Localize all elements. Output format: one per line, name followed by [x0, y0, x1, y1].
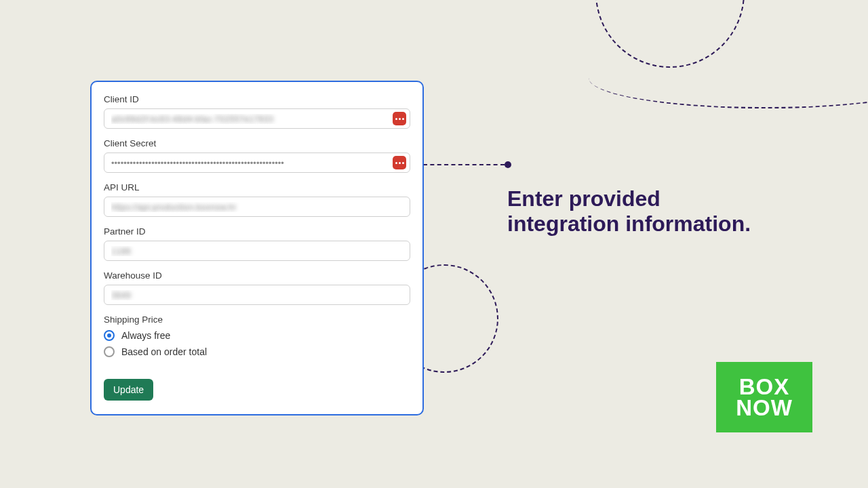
warehouse-id-input[interactable]: [104, 285, 410, 305]
warehouse-id-label: Warehouse ID: [104, 270, 410, 281]
api-url-label: API URL: [104, 182, 410, 192]
callout-line1: Enter provided: [507, 186, 660, 211]
field-partner-id: Partner ID: [104, 226, 410, 261]
integration-callout: Enter provided integration information.: [507, 186, 751, 237]
shipping-price-label: Shipping Price: [104, 314, 410, 325]
warehouse-id-input-wrap: [104, 285, 410, 305]
partner-id-input[interactable]: [104, 241, 410, 261]
client-secret-label: Client Secret: [104, 138, 410, 148]
autofill-icon[interactable]: [393, 156, 406, 169]
settings-card: Client ID Client Secret API URL Partner …: [90, 81, 424, 415]
client-secret-input[interactable]: [104, 152, 410, 173]
update-button[interactable]: Update: [104, 379, 153, 401]
radio-based-on-total-row[interactable]: Based on order total: [104, 346, 410, 357]
decorative-circle-top: [595, 0, 745, 68]
field-client-id: Client ID: [104, 94, 410, 129]
client-id-label: Client ID: [104, 94, 410, 104]
client-secret-input-wrap: [104, 152, 410, 173]
api-url-input[interactable]: [104, 197, 410, 217]
connector-line: [423, 164, 505, 165]
callout-line2: integration information.: [507, 211, 751, 236]
logo-line2: NOW: [736, 397, 793, 418]
decorative-arc: [589, 78, 868, 108]
partner-id-label: Partner ID: [104, 226, 410, 237]
radio-based-on-total-label: Based on order total: [121, 346, 207, 357]
partner-id-input-wrap: [104, 241, 410, 261]
radio-always-free[interactable]: [104, 330, 115, 341]
field-warehouse-id: Warehouse ID: [104, 270, 410, 305]
autofill-icon[interactable]: [393, 112, 406, 125]
field-shipping-price: Shipping Price Always free Based on orde…: [104, 314, 410, 357]
field-api-url: API URL: [104, 182, 410, 217]
radio-always-free-label: Always free: [121, 330, 170, 341]
connector-dot: [505, 161, 511, 168]
api-url-input-wrap: [104, 197, 410, 217]
field-client-secret: Client Secret: [104, 138, 410, 173]
boxnow-logo: BOX NOW: [716, 362, 812, 432]
logo-line1: BOX: [739, 376, 790, 397]
radio-based-on-total[interactable]: [104, 346, 115, 357]
client-id-input-wrap: [104, 108, 410, 129]
client-id-input[interactable]: [104, 108, 410, 129]
radio-always-free-row[interactable]: Always free: [104, 330, 410, 341]
